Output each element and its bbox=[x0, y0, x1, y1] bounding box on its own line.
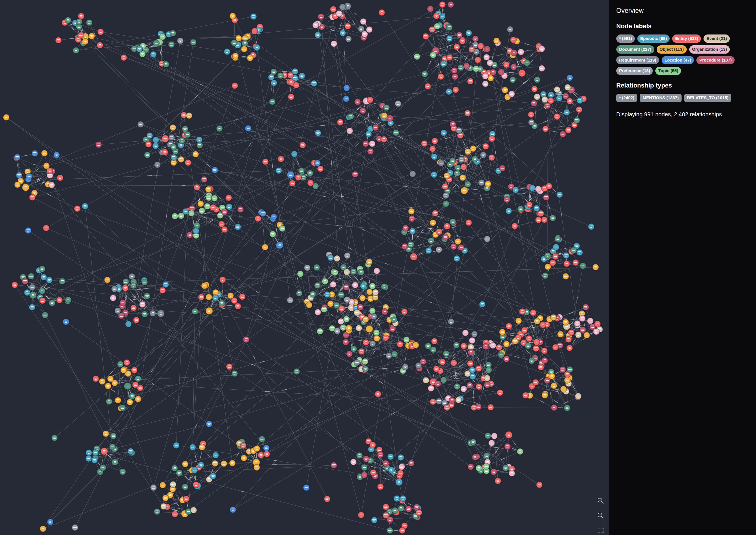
graph-node[interactable] bbox=[259, 436, 265, 442]
graph-node[interactable] bbox=[543, 194, 549, 200]
graph-node[interactable] bbox=[438, 73, 444, 80]
graph-node[interactable] bbox=[465, 181, 471, 187]
graph-node[interactable] bbox=[339, 4, 346, 10]
graph-node[interactable] bbox=[387, 115, 393, 122]
graph-node[interactable] bbox=[137, 122, 144, 128]
graph-node[interactable] bbox=[212, 460, 218, 466]
graph-node[interactable] bbox=[382, 308, 388, 315]
graph-node[interactable] bbox=[336, 11, 342, 17]
graph-node[interactable] bbox=[517, 206, 524, 212]
graph-node[interactable] bbox=[476, 365, 482, 372]
graph-node[interactable] bbox=[402, 225, 409, 231]
graph-node[interactable] bbox=[130, 305, 136, 311]
graph-node[interactable] bbox=[388, 454, 394, 460]
graph-node[interactable] bbox=[430, 52, 436, 58]
graph-node[interactable] bbox=[359, 348, 365, 354]
graph-node[interactable] bbox=[360, 107, 366, 114]
graph-node[interactable] bbox=[218, 221, 225, 227]
graph-node[interactable] bbox=[25, 227, 31, 234]
node-label-pill-entity[interactable]: Entity (923) bbox=[672, 35, 701, 43]
graph-node[interactable] bbox=[145, 141, 152, 147]
graph-node[interactable] bbox=[545, 253, 551, 259]
graph-node[interactable] bbox=[346, 325, 352, 331]
graph-node[interactable] bbox=[42, 312, 48, 318]
graph-node[interactable] bbox=[484, 46, 490, 52]
graph-node[interactable] bbox=[436, 229, 442, 235]
graph-node[interactable] bbox=[363, 366, 369, 372]
graph-node[interactable] bbox=[536, 482, 542, 488]
graph-node[interactable] bbox=[461, 386, 467, 392]
graph-node[interactable] bbox=[442, 234, 449, 240]
graph-node[interactable] bbox=[416, 363, 422, 369]
graph-node[interactable] bbox=[567, 98, 573, 104]
graph-node[interactable] bbox=[343, 96, 349, 102]
graph-node[interactable] bbox=[408, 241, 414, 248]
graph-node[interactable] bbox=[193, 482, 199, 488]
graph-node[interactable] bbox=[381, 283, 388, 290]
graph-node[interactable] bbox=[399, 464, 405, 470]
graph-node[interactable] bbox=[483, 453, 490, 459]
graph-node[interactable] bbox=[250, 14, 257, 20]
graph-node[interactable] bbox=[469, 337, 476, 344]
graph-node[interactable] bbox=[472, 36, 479, 42]
graph-node[interactable] bbox=[344, 85, 350, 91]
graph-node[interactable] bbox=[92, 449, 99, 456]
graph-node[interactable] bbox=[401, 309, 408, 315]
graph-node[interactable] bbox=[482, 143, 489, 149]
graph-node[interactable] bbox=[372, 289, 379, 296]
graph-node[interactable] bbox=[182, 484, 188, 490]
graph-node[interactable] bbox=[567, 75, 573, 81]
graph-node[interactable] bbox=[212, 295, 218, 301]
graph-node[interactable] bbox=[345, 23, 351, 29]
graph-node[interactable] bbox=[111, 286, 118, 292]
graph-node[interactable] bbox=[198, 462, 204, 468]
graph-node[interactable] bbox=[575, 331, 581, 338]
graph-node[interactable] bbox=[454, 255, 460, 262]
graph-node[interactable] bbox=[307, 170, 313, 176]
graph-node[interactable] bbox=[204, 203, 211, 210]
graph-node[interactable] bbox=[433, 366, 439, 372]
graph-node[interactable] bbox=[44, 163, 50, 169]
graph-node[interactable] bbox=[509, 470, 515, 476]
graph-node[interactable] bbox=[534, 205, 540, 211]
graph-node[interactable] bbox=[135, 376, 141, 382]
graph-node[interactable] bbox=[526, 202, 533, 208]
graph-node[interactable] bbox=[160, 503, 167, 510]
graph-node[interactable] bbox=[322, 278, 328, 284]
graph-node[interactable] bbox=[22, 278, 28, 284]
graph-node[interactable] bbox=[196, 142, 203, 149]
graph-node[interactable] bbox=[395, 479, 403, 486]
graph-node[interactable] bbox=[456, 127, 462, 134]
graph-node[interactable] bbox=[16, 172, 22, 179]
graph-node[interactable] bbox=[554, 86, 560, 93]
graph-node[interactable] bbox=[541, 357, 548, 363]
graph-node[interactable] bbox=[123, 278, 129, 285]
graph-node[interactable] bbox=[217, 126, 223, 132]
graph-node[interactable] bbox=[439, 359, 446, 365]
graph-node[interactable] bbox=[499, 165, 505, 171]
graph-node[interactable] bbox=[533, 380, 539, 386]
graph-node[interactable] bbox=[503, 465, 509, 471]
graph-node[interactable] bbox=[410, 253, 417, 260]
graph-node[interactable] bbox=[76, 18, 82, 25]
graph-node[interactable] bbox=[242, 40, 248, 46]
graph-node[interactable] bbox=[334, 328, 340, 334]
graph-node[interactable] bbox=[398, 505, 404, 511]
graph-node[interactable] bbox=[224, 48, 230, 55]
graph-node[interactable] bbox=[235, 224, 241, 230]
graph-node[interactable] bbox=[397, 341, 403, 348]
graph-node[interactable] bbox=[367, 148, 374, 155]
graph-node[interactable] bbox=[192, 467, 198, 473]
graph-node[interactable] bbox=[560, 386, 567, 392]
graph-node[interactable] bbox=[516, 318, 522, 324]
graph-node[interactable] bbox=[201, 282, 208, 289]
graph-node[interactable] bbox=[371, 313, 377, 320]
graph-node[interactable] bbox=[444, 172, 450, 179]
graph-node[interactable] bbox=[162, 495, 168, 501]
graph-node[interactable] bbox=[239, 294, 246, 300]
graph-node[interactable] bbox=[338, 306, 345, 312]
graph-node[interactable] bbox=[130, 282, 136, 289]
graph-node[interactable] bbox=[185, 160, 191, 166]
graph-node[interactable] bbox=[563, 319, 569, 325]
graph-node[interactable] bbox=[190, 39, 196, 45]
